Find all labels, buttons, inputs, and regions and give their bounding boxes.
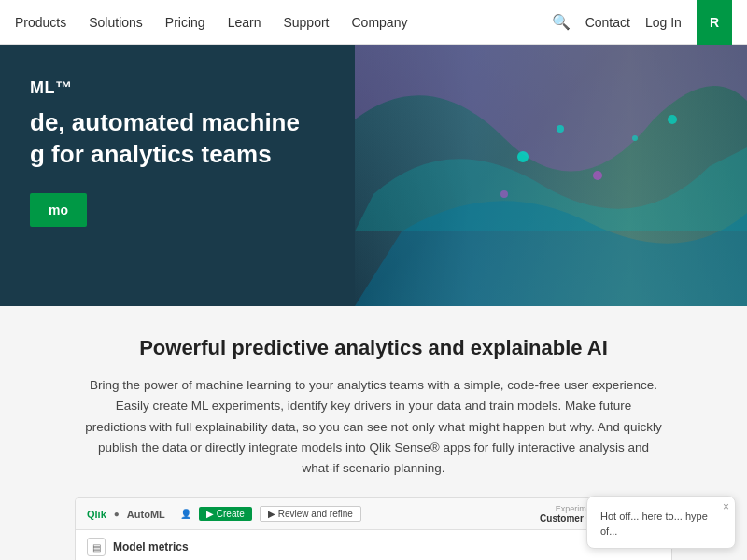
svg-point-2 [593, 171, 602, 180]
demo-toolbar: 👤 ▶ Create ▶ Review and refine [180, 506, 361, 522]
nav-cta-button[interactable]: R [697, 0, 732, 45]
svg-point-5 [668, 115, 677, 124]
chat-close-button[interactable]: × [723, 500, 729, 513]
hero-brand: ML™ [30, 78, 372, 98]
demo-create-button[interactable]: ▶ Create [199, 507, 252, 521]
svg-point-1 [557, 125, 564, 133]
demo-header: Qlik ● AutoML 👤 ▶ Create ▶ Review and re… [76, 498, 671, 530]
nav-contact[interactable]: Contact [585, 15, 630, 30]
nav-products[interactable]: Products [15, 15, 66, 30]
demo-review-icon: ▶ [268, 509, 275, 519]
hero-title: de, automated machine g for analytics te… [30, 107, 372, 171]
nav-learn[interactable]: Learn [228, 15, 261, 30]
demo-review-button[interactable]: ▶ Review and refine [260, 506, 361, 522]
hero-background [355, 45, 747, 306]
hero-image [355, 45, 747, 306]
demo-logo: Qlik [87, 509, 106, 520]
chat-bubble: × Hot off... here to... hype of... [586, 496, 736, 549]
chart-icon: ▤ [92, 542, 101, 553]
search-icon[interactable]: 🔍 [552, 13, 571, 31]
demo-create-icon: ▶ [206, 509, 214, 519]
nav-right: 🔍 Contact Log In R [552, 0, 732, 45]
demo-widget: Qlik ● AutoML 👤 ▶ Create ▶ Review and re… [75, 497, 672, 560]
hero-cta-button[interactable]: mo [30, 193, 87, 227]
hero-left: ML™ de, automated machine g for analytic… [0, 45, 402, 306]
hero-wave-decoration [355, 45, 747, 306]
demo-model-icon: ▤ [87, 538, 106, 556]
content-title: Powerful predictive analytics and explai… [75, 336, 672, 360]
nav-support[interactable]: Support [283, 15, 329, 30]
content-body: Bring the power of machine learning to y… [84, 375, 663, 479]
hero-section: ML™ de, automated machine g for analytic… [0, 45, 747, 306]
nav-links: Products Solutions Pricing Learn Support… [15, 15, 552, 30]
navbar: Products Solutions Pricing Learn Support… [0, 0, 747, 45]
nav-solutions[interactable]: Solutions [89, 15, 143, 30]
demo-body: ▤ Model metrics [76, 530, 671, 560]
nav-pricing[interactable]: Pricing [165, 15, 205, 30]
demo-model-label: Model metrics [113, 540, 189, 553]
svg-point-3 [632, 135, 638, 141]
nav-login[interactable]: Log In [645, 15, 682, 30]
nav-company[interactable]: Company [352, 15, 408, 30]
svg-point-4 [500, 190, 508, 198]
demo-app-name: AutoML [127, 509, 165, 520]
svg-point-0 [517, 151, 529, 162]
chat-text: Hot off... here to... hype of... [600, 510, 722, 539]
